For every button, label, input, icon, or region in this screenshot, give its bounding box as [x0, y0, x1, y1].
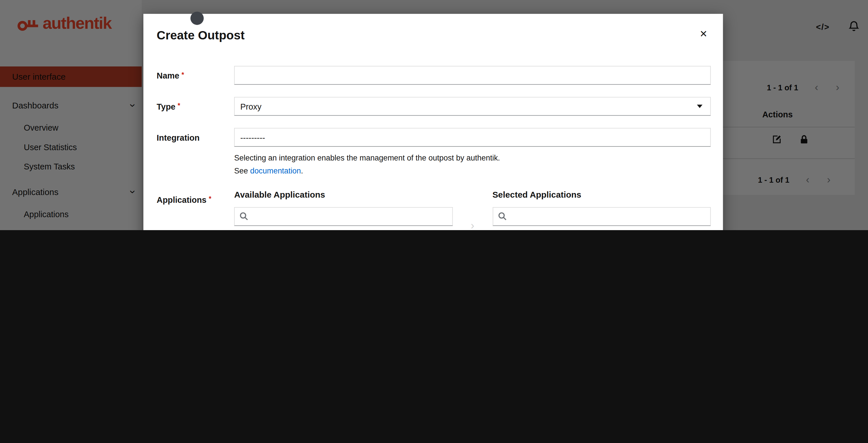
selected-pane: Selected Applications 0 item(s) selected…: [492, 189, 711, 230]
selected-pane-title: Selected Applications: [492, 189, 711, 200]
screen: authentik User interface Dashboards › Ov…: [0, 0, 868, 230]
search-icon: [498, 212, 506, 220]
name-field-row: Name*: [157, 66, 711, 85]
required-marker: *: [181, 71, 184, 79]
required-marker: *: [209, 195, 211, 203]
documentation-link[interactable]: documentation: [250, 166, 301, 175]
modal-title: Create Outpost: [157, 28, 723, 43]
type-field-row: Type* Proxy: [157, 97, 711, 116]
selected-search-input[interactable]: [492, 207, 711, 226]
selected-count: 0 item(s) selected.: [492, 226, 711, 230]
integration-label: Integration: [157, 128, 234, 177]
search-icon: [240, 212, 248, 220]
available-search-input[interactable]: [234, 207, 453, 226]
name-input[interactable]: [234, 66, 711, 85]
user-avatar[interactable]: [191, 11, 204, 25]
available-pane-title: Available Applications: [234, 189, 453, 200]
close-icon[interactable]: ✕: [700, 29, 707, 39]
integration-help-text: Selecting an integration enables the man…: [234, 152, 711, 177]
applications-field-row: Applications* Available Applications: [157, 189, 711, 230]
caret-down-icon: [697, 105, 703, 109]
integration-select-value: ---------: [240, 133, 265, 142]
selected-search: [492, 207, 711, 226]
transfer-controls: › » « ‹ ✕: [453, 189, 493, 230]
type-select-value: Proxy: [240, 102, 261, 111]
name-label: Name*: [157, 66, 234, 85]
available-meta: [234, 226, 453, 230]
available-search: [234, 207, 453, 226]
dual-list-selector: Available Applications: [234, 189, 711, 230]
integration-select[interactable]: ---------: [234, 128, 711, 147]
type-label: Type*: [157, 97, 234, 116]
required-marker: *: [178, 102, 180, 110]
create-outpost-modal: Create Outpost ✕ Name* Type*: [144, 14, 723, 230]
app-background: authentik User interface Dashboards › Ov…: [0, 0, 868, 230]
applications-label: Applications*: [157, 189, 234, 230]
add-selected-icon[interactable]: ›: [464, 218, 481, 230]
available-pane: Available Applications: [234, 189, 453, 230]
create-outpost-form: Name* Type* Proxy: [157, 66, 711, 230]
type-select[interactable]: Proxy: [234, 97, 711, 116]
integration-field-row: Integration --------- Selecting an integ…: [157, 128, 711, 177]
